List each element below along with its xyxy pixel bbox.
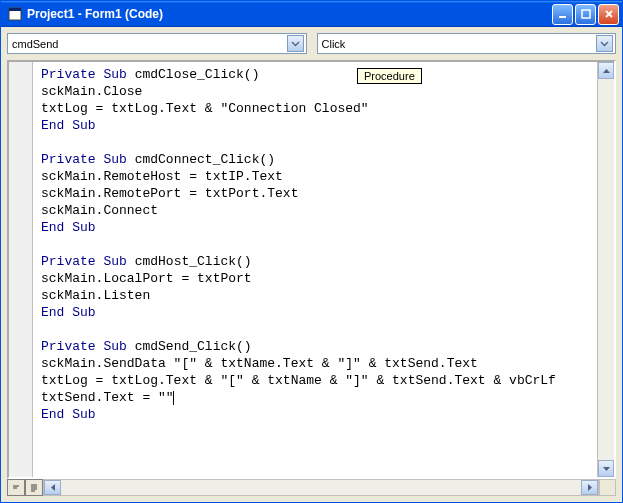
code-line[interactable]: Private Sub cmdClose_Click() bbox=[41, 66, 593, 83]
code-window: Project1 - Form1 (Code) cmdSend Click Pr… bbox=[0, 0, 623, 503]
code-line[interactable]: txtLog = txtLog.Text & "[" & txtName & "… bbox=[41, 372, 593, 389]
svg-rect-2 bbox=[559, 16, 566, 18]
procedure-combo-value: Click bbox=[322, 38, 597, 50]
code-line[interactable]: sckMain.Connect bbox=[41, 202, 593, 219]
dropdown-bar: cmdSend Click bbox=[1, 27, 622, 60]
code-line[interactable]: End Sub bbox=[41, 219, 593, 236]
svg-rect-1 bbox=[9, 8, 21, 11]
code-line[interactable]: sckMain.Listen bbox=[41, 287, 593, 304]
vscroll-track[interactable] bbox=[598, 79, 614, 460]
bottom-bar bbox=[7, 479, 616, 496]
code-line[interactable] bbox=[41, 321, 593, 338]
procedure-tooltip: Procedure bbox=[357, 68, 422, 84]
code-line[interactable]: txtSend.Text = "" bbox=[41, 389, 593, 406]
code-line[interactable]: Private Sub cmdHost_Click() bbox=[41, 253, 593, 270]
code-editor[interactable]: Private Sub cmdClose_Click()sckMain.Clos… bbox=[7, 60, 616, 479]
code-line[interactable]: sckMain.Close bbox=[41, 83, 593, 100]
code-line[interactable]: sckMain.LocalPort = txtPort bbox=[41, 270, 593, 287]
minimize-button[interactable] bbox=[552, 4, 573, 25]
hscroll-track[interactable] bbox=[61, 480, 581, 495]
code-line[interactable]: sckMain.RemoteHost = txtIP.Text bbox=[41, 168, 593, 185]
code-text[interactable]: Private Sub cmdClose_Click()sckMain.Clos… bbox=[33, 62, 597, 477]
code-line[interactable]: End Sub bbox=[41, 117, 593, 134]
chevron-down-icon[interactable] bbox=[596, 35, 613, 52]
code-line[interactable]: sckMain.SendData "[" & txtName.Text & "]… bbox=[41, 355, 593, 372]
horizontal-scrollbar[interactable] bbox=[43, 479, 599, 496]
object-combo-value: cmdSend bbox=[12, 38, 287, 50]
vb-form-icon bbox=[7, 6, 23, 22]
margin-indicator bbox=[9, 62, 33, 477]
chevron-down-icon[interactable] bbox=[287, 35, 304, 52]
scroll-down-icon[interactable] bbox=[598, 460, 614, 477]
code-line[interactable]: End Sub bbox=[41, 406, 593, 423]
titlebar[interactable]: Project1 - Form1 (Code) bbox=[1, 1, 622, 27]
procedure-view-button[interactable] bbox=[7, 479, 25, 496]
code-line[interactable]: sckMain.RemotePort = txtPort.Text bbox=[41, 185, 593, 202]
scroll-up-icon[interactable] bbox=[598, 62, 614, 79]
code-line[interactable]: txtLog = txtLog.Text & "Connection Close… bbox=[41, 100, 593, 117]
scroll-corner bbox=[599, 479, 616, 496]
code-line[interactable]: Private Sub cmdConnect_Click() bbox=[41, 151, 593, 168]
vertical-scrollbar[interactable] bbox=[597, 62, 614, 477]
maximize-button[interactable] bbox=[575, 4, 596, 25]
scroll-left-icon[interactable] bbox=[44, 480, 61, 495]
text-caret bbox=[173, 391, 174, 405]
procedure-combo[interactable]: Click bbox=[317, 33, 617, 54]
scroll-right-icon[interactable] bbox=[581, 480, 598, 495]
code-line[interactable]: Private Sub cmdSend_Click() bbox=[41, 338, 593, 355]
window-title: Project1 - Form1 (Code) bbox=[27, 7, 550, 21]
code-line[interactable]: End Sub bbox=[41, 304, 593, 321]
close-button[interactable] bbox=[598, 4, 619, 25]
svg-rect-3 bbox=[582, 10, 590, 18]
code-line[interactable] bbox=[41, 134, 593, 151]
full-module-view-button[interactable] bbox=[25, 479, 43, 496]
code-line[interactable] bbox=[41, 236, 593, 253]
object-combo[interactable]: cmdSend bbox=[7, 33, 307, 54]
